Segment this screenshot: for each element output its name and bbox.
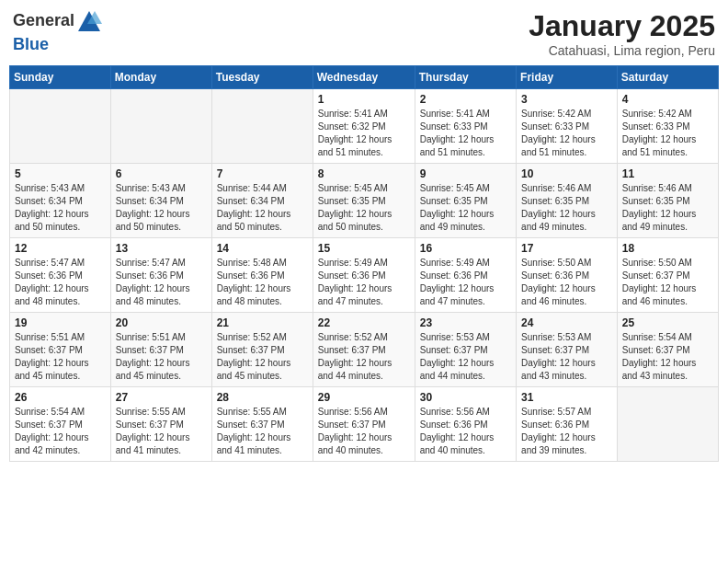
day-number: 16 — [420, 242, 511, 255]
calendar-cell: 7Sunrise: 5:44 AM Sunset: 6:34 PM Daylig… — [211, 164, 313, 238]
calendar-week-row: 12Sunrise: 5:47 AM Sunset: 6:36 PM Dayli… — [10, 238, 719, 313]
calendar-header-row: SundayMondayTuesdayWednesdayThursdayFrid… — [10, 66, 719, 89]
calendar-cell: 26Sunrise: 5:54 AM Sunset: 6:37 PM Dayli… — [10, 387, 111, 462]
logo-icon — [76, 9, 102, 35]
day-info: Sunrise: 5:47 AM Sunset: 6:36 PM Dayligh… — [15, 257, 106, 308]
calendar-cell — [617, 387, 718, 462]
day-number: 17 — [521, 242, 612, 255]
calendar-cell: 1Sunrise: 5:41 AM Sunset: 6:32 PM Daylig… — [313, 89, 415, 164]
day-info: Sunrise: 5:52 AM Sunset: 6:37 PM Dayligh… — [318, 331, 410, 383]
calendar-cell: 20Sunrise: 5:51 AM Sunset: 6:37 PM Dayli… — [110, 313, 211, 387]
calendar-cell — [110, 89, 211, 164]
day-info: Sunrise: 5:55 AM Sunset: 6:37 PM Dayligh… — [217, 406, 308, 457]
calendar-day-header: Tuesday — [211, 66, 313, 89]
calendar-cell: 10Sunrise: 5:46 AM Sunset: 6:35 PM Dayli… — [517, 164, 618, 238]
day-number: 2 — [420, 93, 511, 106]
page-header: General Blue January 2025 Catahuasi, Lim… — [9, 9, 719, 58]
day-info: Sunrise: 5:43 AM Sunset: 6:34 PM Dayligh… — [116, 182, 207, 234]
calendar-cell: 21Sunrise: 5:52 AM Sunset: 6:37 PM Dayli… — [211, 313, 313, 387]
day-info: Sunrise: 5:49 AM Sunset: 6:36 PM Dayligh… — [420, 257, 511, 308]
day-number: 12 — [15, 242, 106, 255]
day-info: Sunrise: 5:51 AM Sunset: 6:37 PM Dayligh… — [15, 331, 106, 383]
calendar-cell: 3Sunrise: 5:42 AM Sunset: 6:33 PM Daylig… — [517, 89, 618, 164]
day-number: 13 — [116, 242, 207, 255]
day-info: Sunrise: 5:53 AM Sunset: 6:37 PM Dayligh… — [420, 331, 511, 383]
day-info: Sunrise: 5:42 AM Sunset: 6:33 PM Dayligh… — [521, 108, 612, 159]
day-number: 29 — [318, 391, 410, 404]
day-number: 21 — [217, 316, 308, 329]
calendar-cell: 14Sunrise: 5:48 AM Sunset: 6:36 PM Dayli… — [211, 238, 313, 313]
day-number: 31 — [521, 391, 612, 404]
calendar-cell: 15Sunrise: 5:49 AM Sunset: 6:36 PM Dayli… — [313, 238, 415, 313]
day-number: 10 — [521, 167, 612, 180]
logo-blue-text: Blue — [13, 35, 49, 53]
day-number: 14 — [217, 242, 308, 255]
day-info: Sunrise: 5:49 AM Sunset: 6:36 PM Dayligh… — [318, 257, 410, 308]
day-info: Sunrise: 5:41 AM Sunset: 6:33 PM Dayligh… — [420, 108, 511, 159]
calendar-cell — [211, 89, 313, 164]
day-info: Sunrise: 5:54 AM Sunset: 6:37 PM Dayligh… — [15, 406, 106, 457]
calendar-cell: 28Sunrise: 5:55 AM Sunset: 6:37 PM Dayli… — [211, 387, 313, 462]
calendar-cell — [10, 89, 111, 164]
calendar-cell: 30Sunrise: 5:56 AM Sunset: 6:36 PM Dayli… — [415, 387, 516, 462]
day-number: 11 — [622, 167, 713, 180]
calendar-cell: 25Sunrise: 5:54 AM Sunset: 6:37 PM Dayli… — [617, 313, 718, 387]
calendar-cell: 17Sunrise: 5:50 AM Sunset: 6:36 PM Dayli… — [517, 238, 618, 313]
calendar-cell: 11Sunrise: 5:46 AM Sunset: 6:35 PM Dayli… — [617, 164, 718, 238]
day-info: Sunrise: 5:45 AM Sunset: 6:35 PM Dayligh… — [420, 182, 511, 234]
day-number: 9 — [420, 167, 511, 180]
day-number: 4 — [622, 93, 713, 106]
calendar-cell: 6Sunrise: 5:43 AM Sunset: 6:34 PM Daylig… — [110, 164, 211, 238]
calendar-table: SundayMondayTuesdayWednesdayThursdayFrid… — [9, 65, 719, 462]
day-info: Sunrise: 5:56 AM Sunset: 6:36 PM Dayligh… — [420, 406, 511, 457]
calendar-cell: 24Sunrise: 5:53 AM Sunset: 6:37 PM Dayli… — [517, 313, 618, 387]
day-info: Sunrise: 5:47 AM Sunset: 6:36 PM Dayligh… — [116, 257, 207, 308]
calendar-week-row: 19Sunrise: 5:51 AM Sunset: 6:37 PM Dayli… — [10, 313, 719, 387]
logo-general-text: General — [13, 11, 74, 29]
calendar-cell: 27Sunrise: 5:55 AM Sunset: 6:37 PM Dayli… — [110, 387, 211, 462]
calendar-day-header: Monday — [110, 66, 211, 89]
day-number: 8 — [318, 167, 410, 180]
day-number: 27 — [116, 391, 207, 404]
day-info: Sunrise: 5:51 AM Sunset: 6:37 PM Dayligh… — [116, 331, 207, 383]
calendar-week-row: 26Sunrise: 5:54 AM Sunset: 6:37 PM Dayli… — [10, 387, 719, 462]
calendar-day-header: Sunday — [10, 66, 111, 89]
day-number: 30 — [420, 391, 511, 404]
day-info: Sunrise: 5:46 AM Sunset: 6:35 PM Dayligh… — [521, 182, 612, 234]
calendar-cell: 13Sunrise: 5:47 AM Sunset: 6:36 PM Dayli… — [110, 238, 211, 313]
day-number: 25 — [622, 316, 713, 329]
title-section: January 2025 Catahuasi, Lima region, Per… — [529, 9, 715, 58]
day-info: Sunrise: 5:50 AM Sunset: 6:36 PM Dayligh… — [521, 257, 612, 308]
day-number: 20 — [116, 316, 207, 329]
day-number: 22 — [318, 316, 410, 329]
calendar-cell: 9Sunrise: 5:45 AM Sunset: 6:35 PM Daylig… — [415, 164, 516, 238]
day-info: Sunrise: 5:57 AM Sunset: 6:36 PM Dayligh… — [521, 406, 612, 457]
day-number: 3 — [521, 93, 612, 106]
day-info: Sunrise: 5:46 AM Sunset: 6:35 PM Dayligh… — [622, 182, 713, 234]
day-info: Sunrise: 5:48 AM Sunset: 6:36 PM Dayligh… — [217, 257, 308, 308]
day-number: 28 — [217, 391, 308, 404]
calendar-cell: 22Sunrise: 5:52 AM Sunset: 6:37 PM Dayli… — [313, 313, 415, 387]
day-info: Sunrise: 5:43 AM Sunset: 6:34 PM Dayligh… — [15, 182, 106, 234]
month-title: January 2025 — [529, 9, 715, 43]
calendar-cell: 31Sunrise: 5:57 AM Sunset: 6:36 PM Dayli… — [517, 387, 618, 462]
calendar-day-header: Wednesday — [313, 66, 415, 89]
day-number: 7 — [217, 167, 308, 180]
calendar-cell: 8Sunrise: 5:45 AM Sunset: 6:35 PM Daylig… — [313, 164, 415, 238]
day-info: Sunrise: 5:45 AM Sunset: 6:35 PM Dayligh… — [318, 182, 410, 234]
day-info: Sunrise: 5:53 AM Sunset: 6:37 PM Dayligh… — [521, 331, 612, 383]
day-number: 26 — [15, 391, 106, 404]
day-number: 19 — [15, 316, 106, 329]
calendar-cell: 4Sunrise: 5:42 AM Sunset: 6:33 PM Daylig… — [617, 89, 718, 164]
calendar-cell: 23Sunrise: 5:53 AM Sunset: 6:37 PM Dayli… — [415, 313, 516, 387]
day-info: Sunrise: 5:44 AM Sunset: 6:34 PM Dayligh… — [217, 182, 308, 234]
calendar-cell: 29Sunrise: 5:56 AM Sunset: 6:37 PM Dayli… — [313, 387, 415, 462]
day-number: 24 — [521, 316, 612, 329]
day-info: Sunrise: 5:52 AM Sunset: 6:37 PM Dayligh… — [217, 331, 308, 383]
day-number: 6 — [116, 167, 207, 180]
calendar-cell: 12Sunrise: 5:47 AM Sunset: 6:36 PM Dayli… — [10, 238, 111, 313]
day-number: 18 — [622, 242, 713, 255]
calendar-week-row: 1Sunrise: 5:41 AM Sunset: 6:32 PM Daylig… — [10, 89, 719, 164]
location-subtitle: Catahuasi, Lima region, Peru — [529, 43, 715, 58]
day-number: 5 — [15, 167, 106, 180]
